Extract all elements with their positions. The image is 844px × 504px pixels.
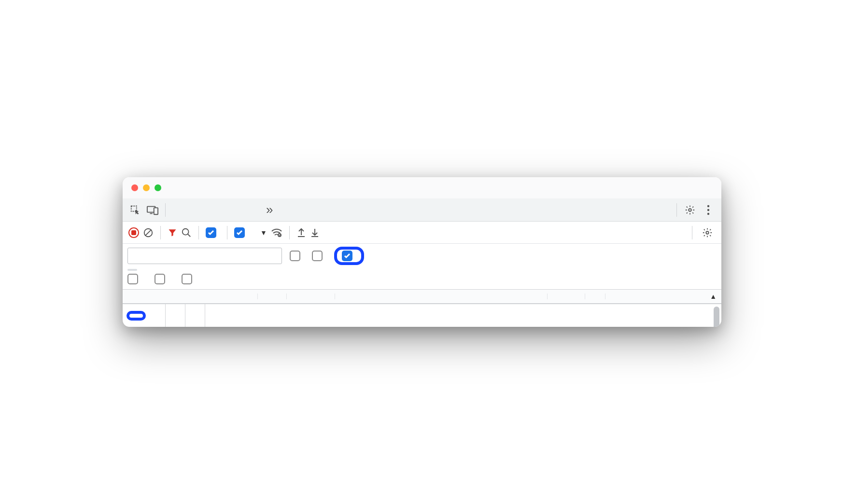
preserve-log-checkbox[interactable] — [206, 227, 220, 238]
filter-input[interactable] — [127, 248, 282, 264]
blocked-requests-checkbox[interactable] — [155, 274, 169, 284]
download-har-icon[interactable] — [310, 227, 320, 238]
svg-line-10 — [188, 234, 191, 237]
divider — [160, 226, 161, 239]
header-size[interactable] — [548, 294, 585, 299]
type-wasm[interactable] — [310, 269, 320, 271]
throttling-select[interactable]: ▼ — [255, 229, 267, 237]
maximize-window-button[interactable] — [155, 184, 161, 191]
panel-tabs-bar: » — [123, 198, 721, 222]
header-type[interactable] — [287, 294, 335, 299]
request-type-filter — [123, 267, 721, 274]
resources-size — [166, 304, 185, 327]
inspect-element-icon[interactable] — [127, 202, 143, 218]
upload-har-icon[interactable] — [296, 227, 306, 238]
record-button[interactable] — [128, 227, 139, 238]
hide-extension-urls-checkbox[interactable] — [342, 251, 356, 261]
requests-count-highlight — [127, 311, 146, 321]
type-other[interactable] — [351, 269, 360, 271]
filter-bar — [123, 244, 721, 267]
disable-cache-checkbox[interactable] — [234, 227, 249, 238]
invert-checkbox[interactable] — [290, 251, 304, 261]
minimize-window-button[interactable] — [143, 184, 150, 191]
sort-indicator-icon: ▲ — [710, 293, 717, 300]
header-waterfall[interactable]: ▲ — [605, 290, 721, 303]
type-img[interactable] — [209, 269, 218, 271]
type-js[interactable] — [168, 269, 178, 271]
divider — [227, 226, 227, 239]
svg-point-6 — [707, 212, 709, 214]
svg-point-4 — [707, 205, 709, 207]
type-ws[interactable] — [290, 269, 299, 271]
svg-point-5 — [707, 209, 709, 210]
domcontentloaded-time — [205, 304, 225, 327]
type-all[interactable] — [127, 269, 137, 271]
settings-icon[interactable] — [682, 202, 698, 218]
close-window-button[interactable] — [131, 184, 138, 191]
more-options-icon[interactable] — [700, 202, 717, 218]
header-name[interactable] — [123, 294, 258, 299]
finish-time — [185, 304, 205, 327]
network-settings-icon[interactable] — [699, 224, 716, 241]
header-initiator[interactable] — [335, 294, 548, 299]
network-conditions-icon[interactable] — [271, 227, 282, 238]
scrollbar[interactable] — [714, 307, 719, 327]
chevron-down-icon: ▼ — [260, 229, 267, 237]
header-time[interactable] — [585, 294, 605, 299]
panel-tabs — [175, 205, 257, 214]
search-icon[interactable] — [181, 227, 192, 238]
type-media[interactable] — [229, 269, 239, 271]
type-css[interactable] — [188, 269, 198, 271]
type-font[interactable] — [249, 269, 259, 271]
window-controls — [131, 184, 161, 191]
type-fetch-xhr[interactable] — [148, 269, 157, 271]
svg-rect-2 — [154, 208, 158, 214]
clear-button[interactable] — [143, 227, 154, 238]
divider — [692, 226, 692, 239]
devtools-window: » ▼ — [123, 177, 721, 327]
svg-point-12 — [706, 231, 709, 234]
filter-icon[interactable] — [168, 228, 177, 238]
hide-extension-urls-highlight — [334, 247, 364, 265]
requests-table-header: ▲ — [123, 290, 721, 304]
hide-data-urls-checkbox[interactable] — [312, 251, 326, 261]
third-party-checkbox[interactable] — [182, 274, 196, 284]
more-tabs-button[interactable]: » — [266, 202, 273, 217]
svg-line-8 — [145, 229, 152, 236]
divider — [676, 203, 677, 217]
titlebar — [123, 177, 721, 198]
svg-point-9 — [183, 228, 189, 235]
extra-filters — [123, 274, 721, 290]
transferred-size — [146, 304, 166, 327]
status-bar — [123, 304, 721, 327]
divider — [198, 226, 199, 239]
type-doc[interactable] — [269, 269, 279, 271]
network-toolbar: ▼ — [123, 222, 721, 244]
blocked-cookies-checkbox[interactable] — [127, 274, 142, 284]
header-status[interactable] — [258, 294, 287, 299]
divider — [289, 226, 290, 239]
svg-point-3 — [689, 209, 691, 211]
divider — [165, 203, 166, 217]
type-manifest[interactable] — [330, 269, 340, 271]
device-toolbar-icon[interactable] — [145, 202, 160, 218]
